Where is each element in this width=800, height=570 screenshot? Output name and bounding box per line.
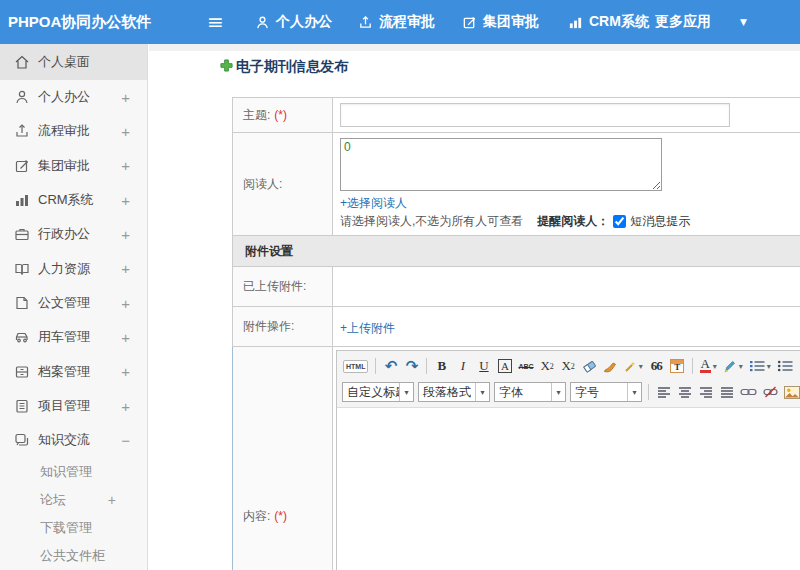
required-mark: (*) (274, 108, 287, 122)
remove-link-button[interactable] (761, 382, 780, 402)
sidebar-label: 个人桌面 (38, 53, 90, 71)
paste-as-text-button[interactable]: T (670, 359, 684, 373)
sidebar-subitem-download-management[interactable]: 下载管理 (0, 514, 147, 542)
sidebar-item-archive-management[interactable]: 档案管理 + (0, 355, 147, 389)
edit-pencil-icon (14, 158, 30, 174)
insert-link-button[interactable] (738, 382, 759, 402)
expand-plus-icon[interactable]: + (121, 123, 130, 140)
nav-group-approval[interactable]: 集团审批 (462, 0, 539, 44)
nav-workflow-approval[interactable]: 流程审批 (358, 0, 435, 44)
car-icon (14, 329, 30, 345)
editor-content-area[interactable] (337, 408, 800, 570)
sidebar-item-vehicle-management[interactable]: 用车管理 + (0, 320, 147, 354)
subject-input[interactable] (340, 103, 730, 127)
align-right-button[interactable] (696, 382, 715, 402)
expand-plus-icon[interactable]: + (121, 329, 130, 346)
readers-textarea[interactable]: 0 (340, 138, 662, 191)
expand-plus-icon[interactable]: + (121, 89, 130, 106)
custom-heading-select[interactable]: 自定义标题 ▾ (342, 382, 414, 402)
expand-plus-icon[interactable]: + (121, 157, 130, 174)
nav-personal-office[interactable]: 个人办公 (255, 0, 332, 44)
readers-hint: 请选择阅读人,不选为所有人可查看 (340, 213, 523, 230)
collapse-minus-icon[interactable]: − (121, 432, 130, 449)
expand-plus-icon[interactable]: + (121, 226, 130, 243)
readers-hint-line: 请选择阅读人,不选为所有人可查看 提醒阅读人： 短消息提示 (340, 213, 690, 230)
sms-checkbox[interactable] (613, 215, 626, 228)
hamburger-menu-icon[interactable]: ≡ (207, 0, 224, 44)
format-a-button[interactable]: A (498, 359, 512, 373)
paragraph-format-select[interactable]: 段落格式 ▾ (418, 382, 490, 402)
nav-label: 集团审批 (483, 13, 539, 31)
subject-content-cell (333, 98, 800, 132)
bold-button[interactable]: B (432, 356, 451, 376)
nav-crm-system[interactable]: CRM系统 (568, 0, 649, 44)
superscript-button[interactable]: X2 (538, 356, 557, 376)
insert-image-button[interactable] (782, 382, 800, 402)
font-color-button[interactable]: A ▾ (698, 356, 719, 376)
format-painter-brush-button[interactable] (601, 356, 620, 376)
blockquote-button[interactable]: 66 (647, 356, 666, 376)
remind-readers-label: 提醒阅读人： (537, 213, 609, 230)
sidebar-item-group-approval[interactable]: 集团审批 + (0, 149, 147, 183)
sidebar-item-workflow-approval[interactable]: 流程审批 + (0, 114, 147, 148)
more-apps-caret-icon[interactable]: ▼ (740, 0, 747, 44)
sidebar-item-knowledge-exchange[interactable]: 知识交流 − (0, 423, 147, 457)
briefcase-icon (14, 226, 30, 242)
sidebar-item-personal-office[interactable]: 个人办公 + (0, 80, 147, 114)
sidebar-item-personal-desktop[interactable]: 个人桌面 (0, 44, 147, 80)
font-size-select[interactable]: 字号 ▾ (570, 382, 642, 402)
sidebar-item-project-management[interactable]: 项目管理 + (0, 389, 147, 423)
edit-pencil-icon (462, 15, 477, 30)
remove-format-eraser-button[interactable] (580, 356, 599, 376)
align-justify-button[interactable] (717, 382, 736, 402)
sidebar-sub-label: 公共文件柜 (40, 547, 105, 565)
sidebar-subitem-knowledge-management[interactable]: 知识管理 (0, 458, 147, 486)
subscript-button[interactable]: X2 (559, 356, 578, 376)
sidebar-item-administrative-office[interactable]: 行政办公 + (0, 217, 147, 251)
select-readers-link[interactable]: +选择阅读人 (340, 195, 407, 212)
redo-button[interactable]: ↷ (402, 356, 421, 376)
subject-label-cell: 主题: (*) (233, 98, 333, 132)
upload-attachment-link[interactable]: +上传附件 (340, 320, 395, 337)
align-left-button[interactable] (654, 382, 673, 402)
content-content-cell: HTML ↶ ↷ B I U A ABC X2 (333, 347, 800, 570)
toolbar-row-1: HTML ↶ ↷ B I U A ABC X2 (340, 353, 800, 379)
unordered-list-button[interactable] (775, 356, 795, 376)
sidebar-label: 集团审批 (38, 157, 90, 175)
sidebar-item-document-management[interactable]: 公文管理 + (0, 286, 147, 320)
italic-button[interactable]: I (453, 356, 472, 376)
sidebar-label: 知识交流 (38, 431, 90, 449)
quick-format-wand-button[interactable]: ▾ (622, 356, 645, 376)
process-share-icon (358, 15, 373, 30)
sidebar-item-human-resources[interactable]: 人力资源 + (0, 252, 147, 286)
expand-plus-icon[interactable]: + (121, 260, 130, 277)
sidebar-item-crm-system[interactable]: CRM系统 + (0, 183, 147, 217)
strikethrough-button[interactable]: ABC (516, 356, 535, 376)
font-family-select[interactable]: 字体 ▾ (494, 382, 566, 402)
person-icon (255, 15, 270, 30)
attachment-section-header: 附件设置 (232, 236, 800, 267)
align-center-button[interactable] (675, 382, 694, 402)
sidebar-subitem-forum[interactable]: 论坛 + (0, 486, 147, 514)
sidebar-sub-label: 下载管理 (40, 519, 92, 537)
top-header-bar: PHPOA协同办公软件 ≡ 个人办公 流程审批 集团审批 CRM系统 (0, 0, 800, 44)
attachment-ops-label: 附件操作: (243, 318, 294, 335)
uploaded-label-cell: 已上传附件: (233, 267, 333, 306)
underline-button[interactable]: U (474, 356, 493, 376)
html-source-button[interactable]: HTML (343, 360, 368, 373)
attachops-content-cell: +上传附件 (333, 307, 800, 346)
sidebar-subitem-public-file-cabinet[interactable]: 公共文件柜 (0, 542, 147, 570)
ordered-list-button[interactable]: ▾ (747, 356, 773, 376)
nav-label: 更多应用 (655, 13, 711, 31)
expand-plus-icon[interactable]: + (121, 295, 130, 312)
undo-button[interactable]: ↶ (381, 356, 400, 376)
expand-plus-icon[interactable]: + (121, 363, 130, 380)
expand-plus-icon[interactable]: + (121, 398, 130, 415)
nav-more-apps[interactable]: 更多应用 (655, 0, 711, 44)
expand-plus-icon[interactable]: + (121, 192, 130, 209)
highlight-marker-button[interactable]: ▾ (721, 356, 745, 376)
required-mark: (*) (274, 509, 287, 523)
expand-plus-icon[interactable]: + (108, 492, 116, 508)
sidebar-label: 行政办公 (38, 225, 90, 243)
nav-label: CRM系统 (589, 13, 649, 31)
